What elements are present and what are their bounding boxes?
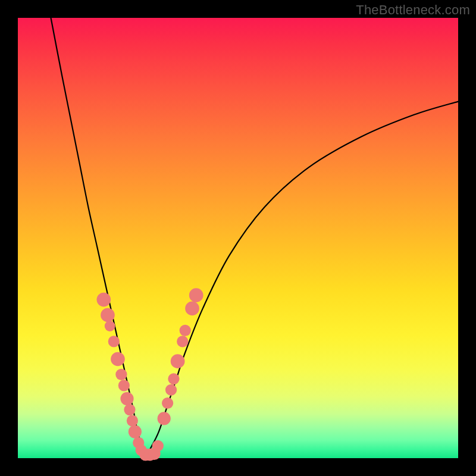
data-marker xyxy=(108,336,120,347)
data-marker xyxy=(115,369,127,380)
data-marker xyxy=(189,288,203,302)
data-marker xyxy=(171,354,185,368)
data-marker xyxy=(118,380,130,391)
data-marker xyxy=(152,440,164,452)
watermark-text: TheBottleneck.com xyxy=(356,2,470,18)
data-marker xyxy=(101,308,115,322)
data-marker xyxy=(127,415,138,426)
data-marker xyxy=(124,404,135,415)
data-marker xyxy=(162,397,173,409)
data-marker xyxy=(105,321,115,331)
data-marker xyxy=(96,293,111,307)
data-marker xyxy=(120,392,133,405)
data-marker xyxy=(165,384,177,396)
data-marker xyxy=(111,352,125,367)
data-marker xyxy=(177,336,188,347)
curve-right-branch xyxy=(146,102,458,456)
marker-group xyxy=(96,288,203,461)
plot-area xyxy=(18,18,458,458)
data-marker xyxy=(168,373,179,384)
curve-svg xyxy=(18,18,458,458)
data-marker xyxy=(180,325,191,336)
data-marker xyxy=(185,302,199,316)
data-marker xyxy=(158,412,171,425)
curve-left-branch xyxy=(51,18,146,456)
outer-frame: TheBottleneck.com xyxy=(0,0,476,476)
data-marker xyxy=(129,425,142,439)
